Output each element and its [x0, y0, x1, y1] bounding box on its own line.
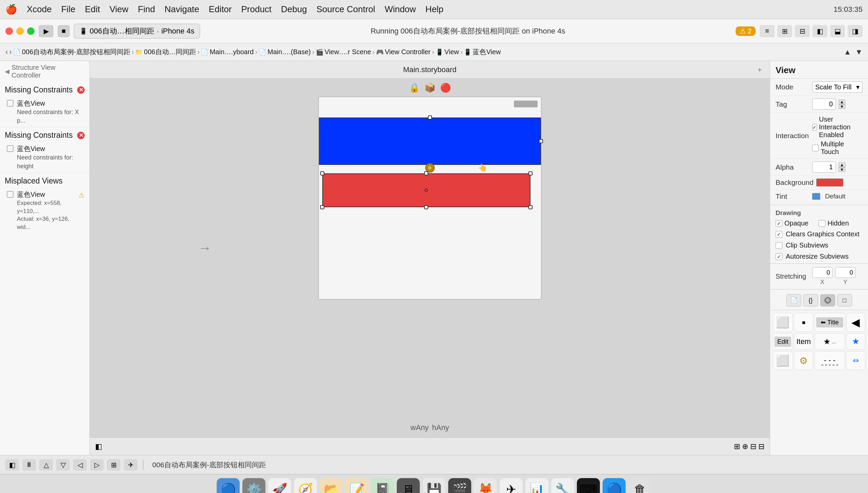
handle-bc[interactable]	[424, 205, 428, 209]
handle-tr[interactable]	[528, 171, 533, 175]
alpha-stepper[interactable]: ▲ ▼	[839, 163, 845, 172]
minimize-button[interactable]	[16, 27, 24, 35]
dock-sticky[interactable]: 📝	[345, 478, 368, 493]
source-control-menu[interactable]: Source Control	[317, 4, 375, 15]
obj-cell-edit[interactable]: Edit	[773, 333, 793, 350]
breadcrumb-item-7[interactable]: 📱 View	[436, 48, 459, 56]
handle-top[interactable]	[428, 115, 432, 120]
dock-onenote[interactable]: 📓	[371, 478, 394, 493]
tag-stepper[interactable]: ▲ ▼	[839, 100, 845, 109]
bt-btn-8[interactable]: ✈	[124, 459, 137, 471]
misplaced-checkbox-1[interactable]	[7, 191, 14, 198]
dock-filezilla[interactable]: 🦊	[474, 478, 497, 493]
breadcrumb-forward[interactable]: ›	[9, 48, 12, 57]
constraint-title-1[interactable]: Missing Constraints ✕	[0, 82, 89, 97]
dock-stats[interactable]: 📊	[525, 478, 548, 493]
obj-cell-dashed[interactable]: - - -	[815, 351, 845, 370]
bt-btn-1[interactable]: ◧	[5, 459, 19, 471]
dock-trash[interactable]: 🗑	[628, 478, 651, 493]
zoom-out-icon[interactable]: ⊟	[750, 442, 756, 451]
zoom-in-icon[interactable]: ⊕	[742, 442, 748, 451]
editor-assistant-btn[interactable]: ⊞	[777, 25, 792, 37]
run-button[interactable]: ▶	[39, 25, 53, 37]
window-menu[interactable]: Window	[385, 4, 416, 15]
handle-bl[interactable]	[320, 205, 324, 209]
maximize-button[interactable]	[27, 27, 35, 35]
editor-standard-btn[interactable]: ≡	[760, 25, 775, 37]
dock-ide[interactable]: 🔵	[603, 478, 626, 493]
obj-cell-gear[interactable]: ⚙	[794, 351, 813, 370]
handle-tl[interactable]	[320, 171, 324, 175]
obj-cell-blank2[interactable]: ▪	[794, 313, 813, 332]
blue-view[interactable]	[319, 117, 541, 165]
dock-xcode[interactable]: ⌨	[577, 478, 600, 493]
edit-menu[interactable]: Edit	[85, 4, 100, 15]
bt-btn-7[interactable]: ⊞	[107, 459, 121, 471]
dock-media[interactable]: 🎬	[448, 478, 471, 493]
obj-cell-back[interactable]: ◀	[846, 313, 865, 332]
constraint-title-2[interactable]: Missing Constraints ✕	[0, 127, 89, 142]
debug-menu[interactable]: Debug	[281, 4, 307, 15]
misplaced-title[interactable]: Misplaced Views	[0, 173, 89, 188]
constraint-item-1[interactable]: 蓝色View Need constraints for: X p...	[0, 97, 89, 127]
red-view[interactable]	[322, 173, 530, 207]
constraint-item-2[interactable]: 蓝色View Need constraints for: height	[0, 142, 89, 173]
alpha-stepper-down[interactable]: ▼	[839, 167, 845, 172]
dock-security[interactable]: ✈	[500, 478, 523, 493]
bc-up-icon[interactable]: ▲	[844, 48, 851, 57]
scheme-selector[interactable]: 📱 006自动…相同间距 › iPhone 4s	[74, 24, 200, 39]
attributes-btn[interactable]: □	[837, 294, 852, 306]
stop-button[interactable]: ■	[58, 25, 70, 37]
dock-safari[interactable]: 🧭	[294, 478, 317, 493]
multiple-touch-checkbox[interactable]	[812, 145, 819, 151]
obj-cell-blank1[interactable]: ⬜	[773, 313, 793, 332]
dock-system-prefs[interactable]: ⚙️	[242, 478, 265, 493]
tint-swatch[interactable]	[812, 193, 820, 200]
obj-cell-star-more[interactable]: ★…	[815, 333, 845, 350]
hidden-checkbox[interactable]	[819, 220, 825, 227]
quick-help-btn[interactable]: {}	[803, 294, 818, 306]
dock-tools[interactable]: 🔧	[551, 478, 574, 493]
clears-graphics-checkbox[interactable]: ✓	[776, 231, 782, 238]
breadcrumb-item-4[interactable]: 📄 Main….(Base)	[259, 48, 311, 56]
scene-icon-2[interactable]: 📦	[425, 83, 435, 93]
background-color-swatch[interactable]	[816, 178, 843, 187]
editor-version-btn[interactable]: ⊟	[795, 25, 810, 37]
handle-right[interactable]	[539, 139, 543, 143]
scene-icon-3[interactable]: 🔴	[440, 83, 451, 93]
autoresize-checkbox[interactable]: ✓	[776, 253, 782, 260]
bt-btn-5[interactable]: ◁	[73, 459, 87, 471]
bt-btn-3[interactable]: △	[39, 459, 53, 471]
bt-btn-2[interactable]: ⏸	[22, 459, 36, 471]
navigate-menu[interactable]: Navigate	[165, 4, 199, 15]
alpha-stepper-up[interactable]: ▲	[839, 163, 845, 167]
dock-launchpad[interactable]: 🚀	[268, 478, 291, 493]
obj-cell-arrows[interactable]: ⇔	[846, 351, 865, 370]
dock-notes[interactable]: 📂	[320, 478, 343, 493]
editor-menu[interactable]: Editor	[209, 4, 232, 15]
breadcrumb-item-3[interactable]: 📄 Main….yboard	[201, 48, 254, 56]
opaque-checkbox[interactable]: ✓	[776, 220, 782, 227]
utilities-btn[interactable]: ◨	[848, 25, 863, 37]
user-interaction-checkbox[interactable]: ✓	[812, 124, 817, 131]
bt-btn-4[interactable]: ▽	[56, 459, 70, 471]
clip-subviews-checkbox[interactable]	[776, 242, 782, 249]
dock-storage[interactable]: 💾	[422, 478, 446, 493]
tag-input[interactable]: 0	[812, 99, 836, 110]
bt-btn-6[interactable]: ▷	[90, 459, 104, 471]
tag-stepper-down[interactable]: ▼	[839, 104, 845, 109]
obj-cell-blank3[interactable]: ⬜	[773, 351, 793, 370]
help-menu[interactable]: Help	[426, 4, 443, 15]
debug-btn[interactable]: ⬓	[830, 25, 845, 37]
breadcrumb-item-8[interactable]: 📱 蓝色View	[464, 47, 501, 57]
breadcrumb-item-2[interactable]: 📁 006自动…同间距	[135, 47, 196, 57]
find-menu[interactable]: Find	[138, 4, 155, 15]
apple-menu[interactable]: 🍎	[5, 4, 17, 15]
file-menu[interactable]: File	[61, 4, 75, 15]
nav-left-icon[interactable]: ◧	[95, 442, 102, 451]
add-button[interactable]: ＋	[756, 65, 763, 74]
canvas-area[interactable]: Main.storyboard ＋ → 🔒 📦 🔴	[90, 61, 770, 455]
stretching-x-input[interactable]: 0	[812, 267, 832, 278]
breadcrumb-back[interactable]: ‹	[5, 48, 8, 57]
breadcrumb-item-5[interactable]: 🎬 View….r Scene	[316, 48, 371, 56]
